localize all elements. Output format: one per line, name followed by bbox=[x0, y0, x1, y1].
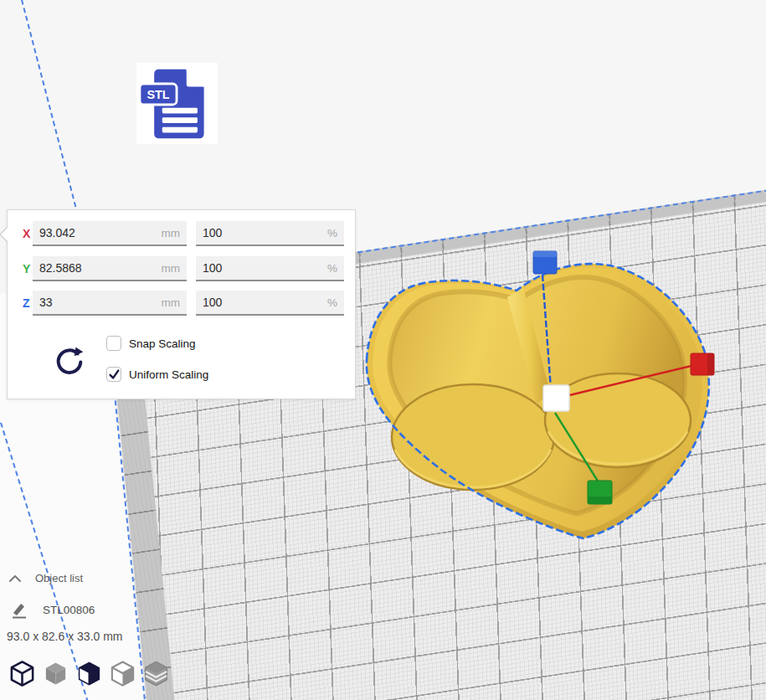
scale-y-mm-field[interactable]: mm bbox=[33, 256, 187, 281]
z-scale-handle[interactable] bbox=[533, 251, 557, 274]
center-handle[interactable] bbox=[543, 385, 569, 411]
scale-tool-panel: X mm % Y mm % Z mm % bbox=[7, 209, 356, 399]
heart-model-scene bbox=[352, 245, 737, 557]
snap-scaling-checkbox[interactable] bbox=[106, 336, 121, 351]
object-dimensions: 93.0 x 82.6 x 33.0 mm bbox=[7, 630, 123, 643]
cube-wireframe-icon[interactable] bbox=[8, 659, 36, 689]
object-name: STL00806 bbox=[43, 604, 95, 616]
pencil-edit-icon bbox=[10, 600, 28, 619]
reset-arrow-icon bbox=[51, 346, 85, 379]
x-scale-handle[interactable] bbox=[691, 353, 714, 375]
x-axis-label: X bbox=[23, 227, 30, 240]
scale-z-percent-input[interactable] bbox=[196, 291, 344, 314]
scale-x-percent-field[interactable]: % bbox=[196, 221, 344, 246]
object-list-header[interactable]: Object list bbox=[8, 572, 83, 584]
percent-unit-label: % bbox=[327, 227, 337, 239]
scale-z-mm-field[interactable]: mm bbox=[33, 291, 187, 316]
scale-x-mm-field[interactable]: mm bbox=[33, 221, 187, 246]
percent-unit-label: % bbox=[327, 262, 337, 275]
stl-badge-label: STL bbox=[147, 88, 169, 101]
left-recess bbox=[392, 384, 554, 490]
scale-row-z: Z mm % bbox=[8, 291, 355, 316]
scale-row-y: Y mm % bbox=[8, 256, 355, 281]
stl-document-icon: STL bbox=[138, 64, 216, 142]
cube-gray-white-face-icon[interactable] bbox=[109, 659, 136, 689]
scale-z-percent-field[interactable]: % bbox=[196, 291, 344, 316]
y-axis-label: Y bbox=[23, 262, 30, 275]
object-list-item[interactable]: STL00806 bbox=[10, 600, 95, 619]
mm-unit-label: mm bbox=[162, 262, 181, 275]
object-list-title: Object list bbox=[35, 572, 83, 584]
uniform-scaling-label: Uniform Scaling bbox=[129, 368, 208, 381]
view-toolbar bbox=[8, 659, 170, 689]
scale-x-percent-input[interactable] bbox=[196, 221, 344, 244]
snap-scaling-row[interactable]: Snap Scaling bbox=[106, 336, 196, 351]
snap-scaling-label: Snap Scaling bbox=[129, 337, 196, 350]
scale-y-percent-input[interactable] bbox=[196, 256, 344, 280]
y-scale-handle[interactable] bbox=[588, 481, 612, 504]
chevron-up-icon bbox=[8, 574, 22, 583]
checkmark-icon bbox=[108, 368, 120, 380]
panel-pointer-notch bbox=[0, 226, 8, 243]
percent-unit-label: % bbox=[327, 296, 337, 309]
mm-unit-label: mm bbox=[162, 296, 181, 309]
cube-navy-white-face-icon[interactable] bbox=[75, 659, 103, 689]
scale-row-x: X mm % bbox=[8, 221, 355, 246]
cube-solid-gray-icon[interactable] bbox=[42, 659, 69, 689]
stl-file-icon[interactable]: STL bbox=[136, 63, 218, 144]
uniform-scaling-row[interactable]: Uniform Scaling bbox=[106, 367, 208, 382]
cube-layers-icon[interactable] bbox=[142, 659, 170, 689]
z-axis-label: Z bbox=[23, 296, 30, 310]
uniform-scaling-checkbox[interactable] bbox=[106, 367, 121, 382]
scale-y-percent-field[interactable]: % bbox=[196, 256, 344, 281]
reset-scale-button[interactable] bbox=[51, 346, 85, 379]
mm-unit-label: mm bbox=[162, 227, 181, 239]
